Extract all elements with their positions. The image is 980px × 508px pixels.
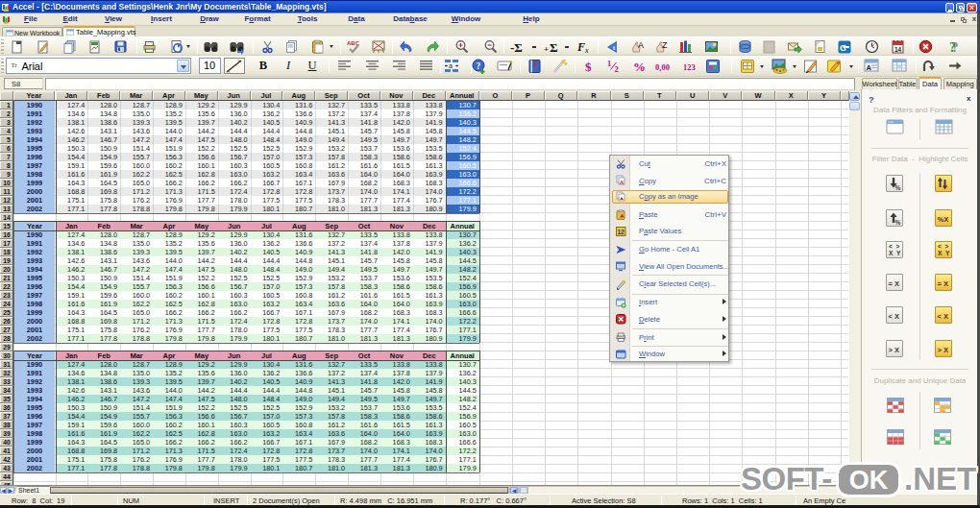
svg-text:2: 2 xyxy=(614,64,618,74)
svg-text:< >: < > xyxy=(889,243,900,250)
svg-text:= X: = X xyxy=(888,279,898,288)
svg-text:?: ? xyxy=(949,40,956,55)
svg-text:A: A xyxy=(620,180,625,185)
svg-text:X Y: X Y xyxy=(889,250,901,256)
svg-text:a: a xyxy=(449,62,453,69)
svg-text:F: F xyxy=(576,40,585,54)
svg-text:‑Σ: ‑Σ xyxy=(510,40,523,55)
svg-text:A: A xyxy=(638,40,644,50)
svg-text:1: 1 xyxy=(607,59,611,68)
svg-text:i: i xyxy=(613,44,615,52)
svg-text:> X: > X xyxy=(937,346,947,354)
svg-text:0,00: 0,00 xyxy=(655,61,670,71)
svg-text:+: + xyxy=(544,43,549,53)
svg-text:?: ? xyxy=(476,60,480,70)
svg-text:Z: Z xyxy=(662,40,668,50)
svg-text:A: A xyxy=(867,63,872,72)
svg-text:%: % xyxy=(633,60,646,74)
svg-text:X Y: X Y xyxy=(938,250,950,256)
svg-text:x: x xyxy=(584,46,589,55)
svg-text:< X: < X xyxy=(937,312,947,321)
svg-text:< X: < X xyxy=(888,312,898,321)
svg-text:Σ: Σ xyxy=(550,40,558,55)
svg-text:> X: > X xyxy=(888,346,898,354)
svg-text:123: 123 xyxy=(683,61,696,71)
svg-text:%: % xyxy=(894,184,900,191)
svg-text:%X: %X xyxy=(937,214,948,223)
svg-text:= X: = X xyxy=(937,279,947,288)
svg-text:14: 14 xyxy=(894,46,902,53)
svg-text:$: $ xyxy=(585,60,592,74)
svg-text:%: % xyxy=(894,218,900,225)
svg-text:12: 12 xyxy=(618,229,625,235)
svg-text:< >: < > xyxy=(938,243,949,250)
